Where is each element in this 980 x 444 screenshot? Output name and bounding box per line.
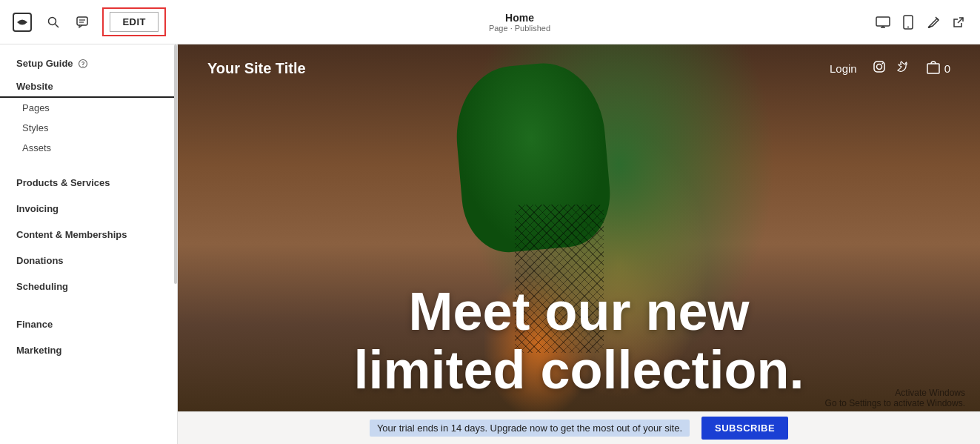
sidebar-item-scheduling[interactable]: Scheduling [0, 274, 177, 299]
svg-rect-19 [927, 64, 939, 73]
edit-button[interactable]: EDIT [110, 12, 159, 32]
site-nav-right: Login [830, 59, 950, 78]
top-bar-center: Home Page · Published [178, 12, 861, 33]
page-name: Home [505, 12, 534, 24]
cart-icon [925, 60, 941, 76]
edit-button-container: EDIT [102, 7, 166, 36]
svg-point-18 [881, 62, 883, 64]
sidebar-item-marketing[interactable]: Marketing [0, 337, 177, 363]
hero-text: Meet our new limited collection. [178, 282, 980, 400]
page-status: Page · Published [489, 24, 550, 33]
sidebar-divider-2 [0, 299, 177, 311]
hero-headline: Meet our new limited collection. [207, 282, 950, 400]
sidebar-item-content-memberships[interactable]: Content & Memberships [0, 222, 177, 248]
hero-headline-line1: Meet our new [207, 282, 950, 341]
site-title: Your Site Title [207, 60, 306, 77]
sidebar-item-styles[interactable]: Styles [0, 118, 177, 138]
sidebar-divider-1 [0, 158, 177, 170]
external-link-icon[interactable] [949, 10, 968, 34]
sidebar-item-finance[interactable]: Finance [0, 311, 177, 337]
sidebar-item-donations[interactable]: Donations [0, 248, 177, 274]
sidebar-scrollbar-thumb [174, 44, 177, 284]
sidebar: Setup Guide Website Pages Styles Assets … [0, 44, 178, 444]
instagram-icon[interactable] [872, 59, 887, 78]
preview-area: Your Site Title Login [178, 44, 980, 444]
site-nav-icons [872, 59, 910, 78]
sidebar-item-assets[interactable]: Assets [0, 138, 177, 158]
comments-icon[interactable] [73, 10, 90, 34]
svg-point-15 [82, 65, 83, 66]
design-icon[interactable] [924, 10, 943, 34]
site-nav: Your Site Title Login [178, 44, 980, 92]
main-content: Setup Guide Website Pages Styles Assets … [0, 44, 980, 444]
sidebar-setup-guide[interactable]: Setup Guide [0, 50, 177, 73]
svg-rect-3 [77, 17, 87, 25]
desktop-view-icon[interactable] [873, 10, 893, 34]
squarespace-logo[interactable] [12, 10, 33, 34]
twitter-icon[interactable] [896, 59, 910, 78]
sidebar-item-products-services[interactable]: Products & Services [0, 170, 177, 196]
subscribe-button[interactable]: SUBSCRIBE [701, 417, 788, 440]
sidebar-website[interactable]: Website [0, 73, 177, 98]
svg-line-13 [958, 18, 963, 23]
search-icon[interactable] [44, 10, 61, 34]
setup-guide-icon [78, 59, 88, 69]
top-bar-right [861, 10, 980, 34]
site-cart[interactable]: 0 [925, 60, 950, 76]
svg-point-10 [907, 26, 909, 27]
top-bar: EDIT Home Page · Published [0, 0, 980, 44]
trial-text: Your trial ends in 14 days. Upgrade now … [370, 420, 690, 437]
website-label: Website [16, 81, 53, 92]
sidebar-item-invoicing[interactable]: Invoicing [0, 196, 177, 222]
svg-point-17 [876, 64, 881, 69]
mobile-view-icon[interactable] [899, 10, 918, 34]
setup-guide-label: Setup Guide [16, 58, 73, 69]
site-preview: Your Site Title Login [178, 44, 980, 444]
cart-count: 0 [944, 62, 950, 75]
sidebar-item-pages[interactable]: Pages [0, 98, 177, 118]
svg-point-1 [48, 17, 56, 24]
sidebar-scrollbar [173, 44, 177, 444]
top-bar-left: EDIT [0, 7, 178, 36]
trial-bar: Your trial ends in 14 days. Upgrade now … [178, 411, 980, 444]
hero-headline-line2: limited collection. [207, 341, 950, 400]
svg-rect-6 [876, 17, 890, 26]
site-nav-login[interactable]: Login [830, 62, 857, 75]
svg-line-2 [55, 24, 59, 27]
